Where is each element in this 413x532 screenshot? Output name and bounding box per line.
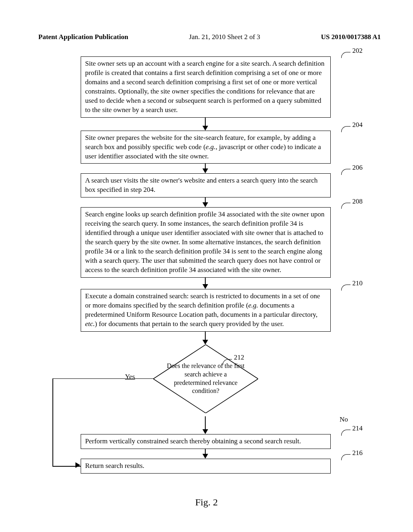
- step-210: 210 Execute a domain constrained search:…: [81, 289, 331, 332]
- step-204-eg: e.g.: [206, 143, 216, 151]
- step-214: 214 Perform vertically constrained searc…: [81, 434, 331, 449]
- step-216: 216 Return search results.: [81, 459, 331, 474]
- step-210-etc: etc.: [85, 320, 95, 328]
- yes-branch-vertical: [52, 378, 53, 466]
- step-202-text: Site owner sets up an account with a sea…: [85, 60, 324, 114]
- figure-label: Fig. 2: [0, 497, 413, 508]
- yes-arrow-head-icon: [75, 462, 80, 468]
- step-210-eg: e.g.: [248, 301, 259, 309]
- header-right: US 2010/0017388 A1: [321, 33, 381, 41]
- step-204: 204 Site owner prepares the website for …: [81, 131, 331, 164]
- flowchart: 202 Site owner sets up an account with a…: [52, 56, 335, 474]
- header-left: Patent Application Publication: [38, 33, 128, 41]
- step-210-text-after: ) for documents that pertain to the sear…: [95, 320, 284, 328]
- step-206-text: A search user visits the site owner's we…: [85, 177, 318, 193]
- ref-216: 216: [353, 449, 363, 458]
- ref-212: 212: [234, 353, 244, 362]
- step-206: 206 A search user visits the site owner'…: [81, 173, 331, 197]
- page-header: Patent Application Publication Jan. 21, …: [38, 33, 381, 41]
- ref-202: 202: [353, 46, 363, 56]
- ref-206: 206: [353, 163, 363, 172]
- yes-branch-line: [52, 378, 153, 379]
- ref-208: 208: [353, 197, 363, 206]
- ref-214: 214: [353, 424, 363, 433]
- header-center: Jan. 21, 2010 Sheet 2 of 3: [189, 33, 261, 41]
- yes-label: Yes: [125, 373, 135, 381]
- step-202: 202 Site owner sets up an account with a…: [81, 56, 331, 118]
- ref-204: 204: [353, 121, 363, 130]
- step-216-text: Return search results.: [85, 462, 144, 470]
- no-label: No: [340, 416, 413, 424]
- step-208: 208 Search engine looks up search defini…: [81, 207, 331, 278]
- ref-210: 210: [353, 279, 363, 288]
- step-214-text: Perform vertically constrained search th…: [85, 437, 301, 445]
- step-208-text: Search engine looks up search definition…: [85, 210, 324, 274]
- decision-212-wrap: Does the relevance of the first search a…: [81, 345, 331, 417]
